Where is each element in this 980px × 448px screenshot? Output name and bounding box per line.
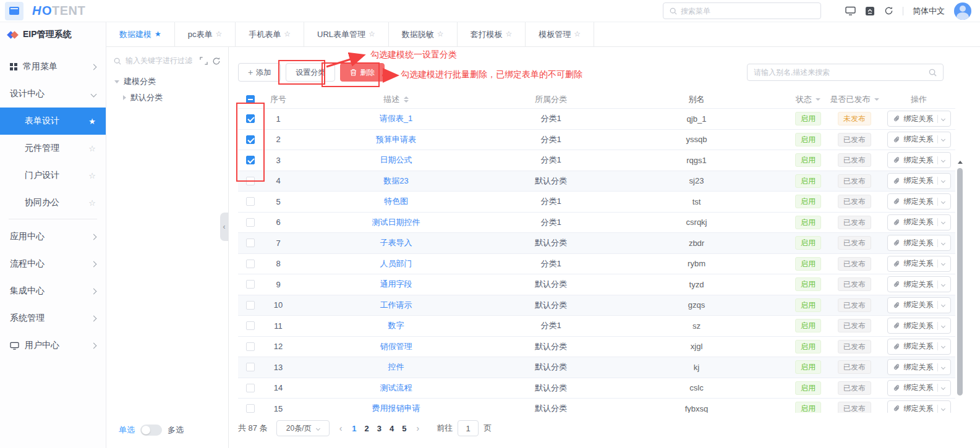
goto-page-input[interactable]	[458, 420, 479, 436]
bind-relation-button[interactable]: 绑定关系	[887, 297, 951, 313]
sidebar-item-flow-center[interactable]: 流程中心	[0, 250, 106, 277]
fullscreen-icon[interactable]	[865, 6, 875, 16]
tree-filter[interactable]: 输入关键字进行过滤	[114, 56, 221, 66]
col-header-published[interactable]: 是否已发布	[827, 94, 882, 105]
message-monitor-icon[interactable]	[845, 6, 856, 15]
row-checkbox[interactable]	[246, 239, 255, 247]
bind-relation-button[interactable]: 绑定关系	[887, 400, 951, 413]
page-number-2[interactable]: 2	[365, 424, 369, 433]
bind-relation-button[interactable]: 绑定关系	[887, 380, 951, 396]
bind-relation-button[interactable]: 绑定关系	[887, 111, 951, 127]
chevron-down-icon[interactable]	[940, 324, 945, 328]
sort-icon[interactable]	[404, 96, 409, 103]
chevron-down-icon[interactable]	[940, 158, 945, 163]
tab-data-modeling[interactable]: 数据建模★	[106, 22, 175, 46]
star-filled-icon[interactable]: ★	[155, 22, 161, 46]
add-button[interactable]: + 添加	[238, 63, 281, 82]
bind-relation-button[interactable]: 绑定关系	[887, 214, 951, 230]
tree-node[interactable]: 默认分类	[106, 90, 228, 106]
chevron-down-icon[interactable]	[940, 200, 945, 204]
row-desc-link[interactable]: 特色图	[384, 196, 408, 207]
chevron-down-icon[interactable]	[940, 407, 945, 411]
page-number-3[interactable]: 3	[377, 424, 381, 433]
bind-relation-button[interactable]: 绑定关系	[887, 235, 951, 251]
tree-node[interactable]: 建模分类	[106, 74, 228, 90]
row-checkbox[interactable]	[246, 135, 255, 144]
row-desc-link[interactable]: 工作请示	[380, 300, 412, 311]
row-desc-link[interactable]: 日期公式	[380, 154, 412, 166]
row-checkbox[interactable]	[246, 177, 255, 185]
row-desc-link[interactable]: 测试日期控件	[372, 217, 420, 228]
star-hollow-icon[interactable]: ☆	[437, 22, 444, 46]
row-checkbox[interactable]	[246, 280, 255, 289]
row-desc-link[interactable]: 销假管理	[380, 341, 412, 352]
row-desc-link[interactable]: 控件	[388, 361, 404, 373]
row-desc-link[interactable]: 子表导入	[380, 237, 412, 248]
page-number-1[interactable]: 1	[352, 424, 356, 433]
sidebar-item-collaboration[interactable]: 协同办公☆	[0, 189, 106, 216]
bind-relation-button[interactable]: 绑定关系	[887, 276, 951, 292]
menu-search-box[interactable]	[663, 2, 821, 19]
prev-page-button[interactable]: ‹	[338, 423, 344, 433]
row-checkbox[interactable]	[246, 384, 255, 392]
chevron-down-icon[interactable]	[940, 117, 945, 121]
bind-relation-button[interactable]: 绑定关系	[887, 132, 951, 148]
star-hollow-icon[interactable]: ☆	[284, 22, 291, 46]
tab-mobile-form[interactable]: 手机表单☆	[236, 22, 304, 46]
row-checkbox[interactable]	[246, 342, 255, 351]
chevron-down-icon[interactable]	[940, 137, 945, 142]
row-desc-link[interactable]: 预算申请表	[376, 134, 416, 145]
next-page-button[interactable]: ›	[415, 423, 421, 433]
collapse-menu-button[interactable]	[5, 2, 23, 20]
menu-search-input[interactable]	[681, 7, 814, 15]
chevron-down-icon[interactable]	[940, 344, 945, 349]
chevron-down-icon[interactable]	[940, 303, 945, 307]
row-checkbox[interactable]	[246, 404, 255, 413]
chevron-down-icon[interactable]	[940, 220, 945, 224]
sidebar-item-portal-design[interactable]: 门户设计☆	[0, 162, 106, 189]
scroll-up-icon[interactable]	[958, 161, 963, 164]
row-checkbox[interactable]	[246, 114, 255, 123]
page-number-5[interactable]: 5	[402, 424, 406, 433]
expand-all-icon[interactable]	[200, 57, 208, 65]
set-category-button[interactable]: 设置分类	[286, 63, 335, 82]
bind-relation-button[interactable]: 绑定关系	[887, 339, 951, 355]
col-header-desc[interactable]: 描述	[294, 94, 498, 105]
star-hollow-icon[interactable]: ☆	[574, 22, 581, 46]
chevron-down-icon[interactable]	[940, 179, 945, 183]
chevron-down-icon[interactable]	[940, 386, 945, 390]
bind-relation-button[interactable]: 绑定关系	[887, 256, 951, 272]
bind-relation-button[interactable]: 绑定关系	[887, 193, 951, 209]
chevron-down-icon[interactable]	[940, 282, 945, 287]
chevron-down-icon[interactable]	[940, 241, 945, 245]
favorite-star-icon[interactable]: ★	[88, 117, 96, 126]
refresh-tree-icon[interactable]	[212, 57, 221, 66]
tab-print-template[interactable]: 套打模板☆	[458, 22, 526, 46]
sidebar-item-integration-center[interactable]: 集成中心	[0, 277, 106, 305]
chevron-down-icon[interactable]	[940, 261, 945, 266]
favorite-star-icon[interactable]: ☆	[88, 171, 96, 180]
caret-right-icon[interactable]	[123, 95, 126, 100]
panel-collapse-handle[interactable]: ‹	[220, 213, 228, 241]
chevron-down-icon[interactable]	[940, 365, 945, 370]
col-header-status[interactable]: 状态	[790, 94, 827, 105]
row-checkbox[interactable]	[246, 156, 255, 164]
page-size-select[interactable]: 20条/页	[276, 420, 330, 436]
row-desc-link[interactable]: 请假表_1	[380, 113, 412, 124]
table-search-input[interactable]	[754, 68, 929, 77]
favorite-star-icon[interactable]: ☆	[88, 144, 96, 153]
select-all-checkbox[interactable]	[246, 95, 255, 104]
row-checkbox[interactable]	[246, 363, 255, 371]
row-desc-link[interactable]: 数据23	[383, 175, 408, 187]
row-desc-link[interactable]: 人员部门	[380, 258, 412, 269]
refresh-icon[interactable]	[884, 6, 893, 15]
star-hollow-icon[interactable]: ☆	[216, 22, 223, 46]
row-desc-link[interactable]: 数字	[388, 320, 404, 331]
star-hollow-icon[interactable]: ☆	[506, 22, 513, 46]
sidebar-item-user-center[interactable]: 用户中心	[0, 332, 106, 359]
tab-template-manage[interactable]: 模板管理☆	[526, 22, 594, 46]
delete-button[interactable]: 删除	[340, 63, 385, 82]
bind-relation-button[interactable]: 绑定关系	[887, 173, 951, 189]
row-checkbox[interactable]	[246, 218, 255, 227]
bind-relation-button[interactable]: 绑定关系	[887, 318, 951, 334]
